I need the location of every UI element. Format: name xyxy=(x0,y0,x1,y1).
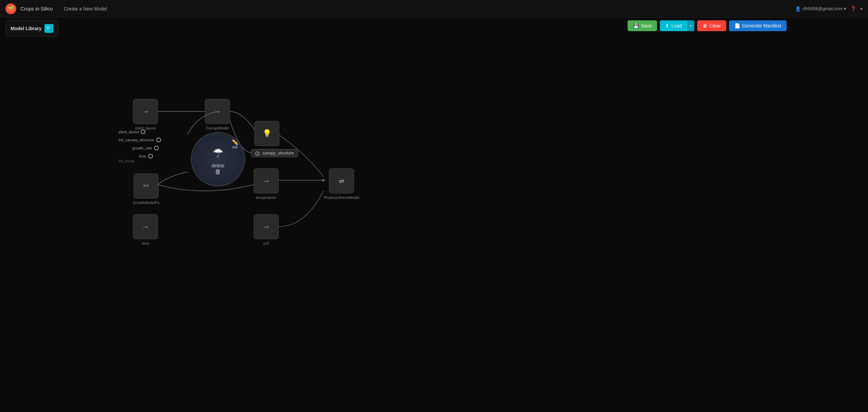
node-plant-layout-top[interactable]: → plant_layout xyxy=(133,99,158,130)
port-label-plant-layout: plant_layout xyxy=(119,130,139,134)
clear-icon: 🗑 xyxy=(703,23,707,28)
model-library-title: Model Library xyxy=(11,26,42,31)
load-icon: ⬆ xyxy=(665,23,669,28)
temperature-arrow-icon: → xyxy=(262,176,270,186)
node-photosynthesis[interactable]: ⇌ PhotosynthesisModel xyxy=(324,168,359,200)
generate-manifest-button[interactable]: 📄 Generate Manifest xyxy=(729,20,787,31)
model-library-panel: Model Library 🔍 xyxy=(5,20,58,37)
photosynthesis-icon: ⇌ xyxy=(339,177,344,185)
node-temperature[interactable]: → temperature xyxy=(254,168,279,200)
node-box-light-model[interactable]: 💡 xyxy=(254,121,279,146)
user-account[interactable]: 👤 cfh5058@gmail.com ▾ xyxy=(795,6,846,12)
context-edit-button[interactable]: ✏️ edit xyxy=(232,139,238,149)
time-arrow-icon: → xyxy=(141,222,150,231)
port-init-canopy: init_canopy_structure xyxy=(119,138,161,142)
help-icon[interactable]: ❓ xyxy=(850,6,856,12)
settings-dropdown[interactable]: ▾ xyxy=(860,6,863,12)
port-circle-init-canopy xyxy=(156,138,161,142)
load-button-group: ⬆ Load ▾ xyxy=(660,20,694,31)
node-label-growth-model: GrowthModelPy xyxy=(133,201,159,205)
node-box-temperature[interactable]: → xyxy=(254,168,279,193)
node-box-canopy-model[interactable]: → xyxy=(205,99,230,124)
node-box-growth-model[interactable]: ✂ xyxy=(134,173,159,199)
load-dropdown-button[interactable]: ▾ xyxy=(687,20,694,31)
node-canopy-model[interactable]: → CanopyModel xyxy=(205,99,230,130)
port-circle-plant-layout xyxy=(141,129,145,134)
edit-icon: ✏️ xyxy=(232,139,238,145)
canopy-structure-output: canopy_structure xyxy=(251,149,298,157)
node-label-time: time xyxy=(142,241,149,245)
growth-model-ports: plant_layout init_canopy_structure growt… xyxy=(119,129,161,159)
nav-right: 👤 cfh5058@gmail.com ▾ ❓ ▾ xyxy=(795,6,863,12)
save-button[interactable]: 💾 Save xyxy=(628,20,657,31)
manifest-icon: 📄 xyxy=(734,23,740,28)
init-canopy-truncated: init_canop... xyxy=(119,159,137,163)
navbar: 🌱 Crops in Silico Create a New Model 👤 c… xyxy=(0,0,868,18)
user-dropdown-arrow: ▾ xyxy=(844,6,846,11)
port-circle-growth-rate xyxy=(154,146,159,150)
port-label-growth-rate: growth_rate xyxy=(132,146,152,150)
node-box-time[interactable]: → xyxy=(133,214,158,239)
save-icon: 💾 xyxy=(633,23,639,28)
user-icon: 👤 xyxy=(795,6,801,12)
context-umbrella-icon: ☂ xyxy=(213,146,223,160)
edit-label: edit xyxy=(232,145,238,149)
node-label-co2: co2 xyxy=(263,241,269,245)
delete-label: delete xyxy=(212,163,224,168)
port-label-time: time xyxy=(139,154,146,158)
context-menu[interactable]: ☂ ✏️ edit delete 🗑 xyxy=(191,132,245,186)
toolbar: 💾 Save ⬆ Load ▾ 🗑 Clear 📄 Generate Manif… xyxy=(628,20,787,31)
port-growth-rate: growth_rate xyxy=(132,146,161,150)
model-library-search-button[interactable]: 🔍 xyxy=(44,24,53,33)
delete-icon: 🗑 xyxy=(215,168,221,176)
dropdown-arrow-icon: ▾ xyxy=(690,24,692,28)
port-label-init-canopy: init_canopy_structure xyxy=(119,138,154,142)
node-box-co2[interactable]: → xyxy=(254,214,279,239)
node-co2[interactable]: → co2 xyxy=(254,214,279,245)
node-box-photosynthesis[interactable]: ⇌ xyxy=(329,168,354,193)
node-label-temperature: temperature xyxy=(256,195,276,200)
port-circle-time xyxy=(148,154,153,159)
node-growth-model[interactable]: ✂ GrowthModelPy xyxy=(133,173,159,205)
co2-arrow-icon: → xyxy=(262,222,270,231)
node-light-model[interactable]: 💡 LightModel xyxy=(254,121,279,152)
create-model-link[interactable]: Create a New Model xyxy=(64,6,107,12)
context-delete-button[interactable]: delete 🗑 xyxy=(212,163,224,176)
input-arrow-icon: → xyxy=(141,107,150,116)
load-button[interactable]: ⬆ Load xyxy=(660,20,687,31)
connections-svg xyxy=(0,18,868,412)
canopy-structure-port-circle xyxy=(255,151,259,156)
lightbulb-icon: 💡 xyxy=(262,129,272,138)
app-logo: 🌱 xyxy=(5,3,16,14)
node-label-canopy-model: CanopyModel xyxy=(206,126,229,130)
canopy-structure-label: canopy_structure xyxy=(262,151,294,156)
node-box-plant-layout-top[interactable]: → xyxy=(133,99,158,124)
clear-button[interactable]: 🗑 Clear xyxy=(697,20,726,31)
app-title: Crops in Silico xyxy=(20,6,53,12)
port-time: time xyxy=(139,154,161,159)
model-canvas[interactable]: → plant_layout → CanopyModel 💡 LightMode… xyxy=(0,18,868,412)
node-label-photosynthesis: PhotosynthesisModel xyxy=(324,195,359,200)
node-time[interactable]: → time xyxy=(133,214,158,245)
port-plant-layout: plant_layout xyxy=(119,129,161,134)
canopy-arrow-icon: → xyxy=(213,107,221,116)
